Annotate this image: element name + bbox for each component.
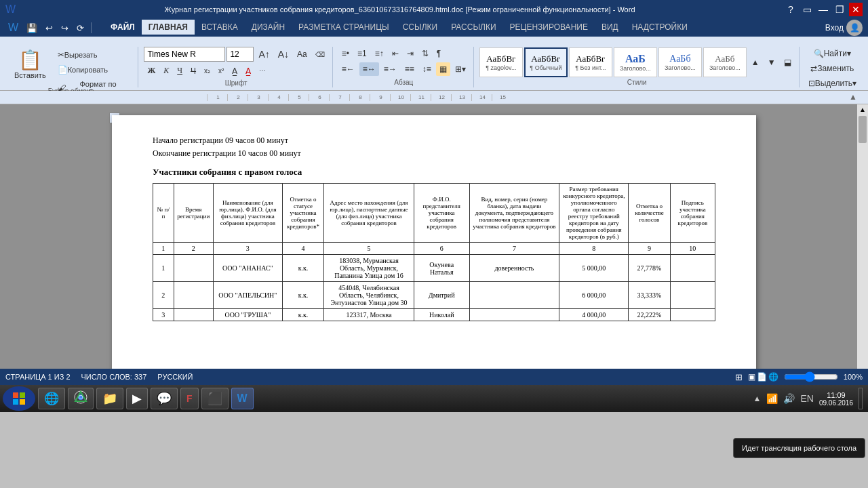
- strikethrough-btn[interactable]: Ч: [187, 64, 199, 78]
- more-formatting-btn[interactable]: ⋯: [256, 65, 269, 77]
- clear-format-btn[interactable]: Aa: [294, 47, 311, 61]
- font-grow-btn[interactable]: A↑: [255, 47, 273, 62]
- tray-volume-icon[interactable]: 🔊: [783, 393, 795, 404]
- tab-mailings[interactable]: РАССЫЛКИ: [444, 20, 502, 36]
- italic-btn[interactable]: К: [160, 64, 172, 78]
- taskbar-f1[interactable]: F: [180, 388, 199, 409]
- align-left-btn[interactable]: ≡←: [338, 62, 358, 76]
- tab-view[interactable]: ВИД: [595, 20, 625, 36]
- underline-btn[interactable]: Ч: [174, 64, 186, 78]
- align-center-btn[interactable]: ≡↔: [359, 62, 379, 76]
- multi-level-btn[interactable]: ≡↑: [372, 47, 387, 60]
- pilcrow-btn[interactable]: ¶: [433, 47, 444, 60]
- styles-scroll-down[interactable]: ▼: [764, 56, 779, 69]
- ribbon-toggle-btn[interactable]: ▭: [800, 3, 814, 16]
- paste-button[interactable]: 📋 Вставить: [8, 47, 52, 85]
- cell-time: [174, 309, 213, 321]
- tab-home[interactable]: ГЛАВНАЯ: [142, 20, 195, 36]
- view-read-btn[interactable]: 📄: [757, 372, 767, 382]
- zoom-slider[interactable]: [784, 371, 838, 382]
- replace-btn[interactable]: ⇄ Заменить: [807, 62, 857, 75]
- status-icon-btn[interactable]: ⊞: [735, 372, 743, 382]
- save-btn[interactable]: 💾: [24, 22, 40, 35]
- shading-btn[interactable]: ▦: [436, 62, 450, 76]
- style-heading1[interactable]: АаБ Заголово...: [614, 47, 657, 77]
- scroll-up-btn[interactable]: ▲: [858, 104, 867, 115]
- superscript-btn[interactable]: x²: [215, 65, 227, 77]
- tray-network-icon[interactable]: 📶: [766, 393, 778, 404]
- ribbon-content: 📋 Вставить ✂ Вырезать 📄 Копировать 🖌 Фор…: [0, 37, 868, 91]
- decrease-indent-btn[interactable]: ⇤: [389, 47, 402, 60]
- restore-btn[interactable]: ❐: [833, 3, 846, 16]
- tab-file[interactable]: ФАЙЛ: [104, 20, 142, 36]
- format-clear-btn[interactable]: ⌫: [312, 49, 328, 60]
- bold-btn[interactable]: Ж: [144, 64, 159, 78]
- table-row: 1 ООО "АНАНАС" к.к. 183038, Мурманская О…: [153, 255, 715, 282]
- justify-btn[interactable]: ≡≡: [401, 62, 418, 76]
- bullets-btn[interactable]: ≡•: [338, 47, 353, 60]
- ruler-collapse-arrow[interactable]: ▲: [849, 92, 857, 102]
- cell-rep: Дмитрий: [414, 282, 469, 309]
- style-bez-int[interactable]: АаБбВг ¶ Без инт...: [569, 47, 612, 77]
- tab-layout[interactable]: РАЗМЕТКА СТРАНИЦЫ: [292, 20, 396, 36]
- style-heading3[interactable]: АаБб Заголово...: [703, 47, 747, 77]
- font-size-input[interactable]: [226, 47, 254, 62]
- scroll-thumb[interactable]: [859, 116, 867, 143]
- cell-sign: [670, 309, 715, 321]
- close-btn[interactable]: ✕: [849, 3, 863, 16]
- refresh-btn[interactable]: ⟳: [74, 22, 87, 35]
- tray-expand-btn[interactable]: ▲: [753, 394, 762, 403]
- cell-status: к.к.: [282, 309, 323, 321]
- cell-doc: [469, 309, 559, 321]
- font-name-input[interactable]: [144, 47, 225, 62]
- line-spacing-btn[interactable]: ↕≡: [419, 62, 435, 76]
- font-color-btn[interactable]: A̲: [242, 64, 254, 78]
- copy-button[interactable]: 📄 Копировать: [54, 63, 134, 77]
- numbering-btn[interactable]: ≡1: [354, 47, 370, 60]
- undo-btn[interactable]: ↩: [43, 22, 56, 35]
- cell-doc: доверенность: [469, 255, 559, 282]
- help-btn[interactable]: ?: [784, 3, 797, 16]
- find-btn[interactable]: 🔍 Найти ▾: [810, 47, 854, 60]
- styles-more-btn[interactable]: ⬓: [781, 56, 795, 69]
- tab-addins[interactable]: НАДСТРОЙКИ: [625, 20, 694, 36]
- increase-indent-btn[interactable]: ⇥: [403, 47, 417, 60]
- redo-btn[interactable]: ↪: [58, 22, 71, 35]
- align-right-btn[interactable]: ≡→: [380, 62, 400, 76]
- taskbar-app6[interactable]: ⬛: [201, 388, 229, 409]
- start-button[interactable]: [3, 386, 35, 411]
- scrollbar[interactable]: ▲: [857, 104, 868, 369]
- th-sign: Подпись участника собрания кредиторов: [670, 184, 715, 243]
- taskbar-word[interactable]: W: [231, 388, 254, 409]
- taskbar-ie[interactable]: 🌐: [38, 388, 65, 409]
- minimize-btn[interactable]: —: [816, 3, 830, 16]
- cell-doc: [469, 282, 559, 309]
- subscript-btn[interactable]: x₂: [201, 65, 214, 77]
- style-zagolov1[interactable]: АаБбВг ¶ zagolov...: [479, 47, 523, 77]
- text-highlight-btn[interactable]: A̲: [229, 64, 241, 78]
- taskbar-chrome[interactable]: [68, 388, 94, 409]
- borders-btn[interactable]: ⊞▾: [452, 62, 469, 76]
- tab-design[interactable]: ДИЗАЙН: [245, 20, 292, 36]
- th-name: Наименование (для юр.лица), Ф.И.О. (для …: [213, 184, 282, 243]
- taskbar-explorer[interactable]: 📁: [96, 388, 123, 409]
- tray-time[interactable]: 11:09 09.06.2016: [819, 391, 853, 407]
- taskbar-media[interactable]: ▶: [126, 388, 148, 409]
- cut-button[interactable]: ✂ Вырезать: [54, 48, 134, 62]
- show-desktop-btn[interactable]: [859, 388, 863, 409]
- colnum-8: 8: [559, 243, 629, 255]
- styles-scroll-up[interactable]: ▲: [748, 56, 763, 69]
- view-print-btn[interactable]: ▣: [748, 372, 755, 382]
- taskbar-skype[interactable]: 💬: [151, 388, 178, 409]
- sort-btn[interactable]: ⇅: [418, 47, 432, 60]
- select-btn[interactable]: ⊡ Выделить ▾: [805, 77, 860, 90]
- style-obychny[interactable]: АаБбВг ¶ Обычный: [524, 47, 568, 77]
- view-web-btn[interactable]: 🌐: [768, 372, 778, 382]
- font-shrink-btn[interactable]: A↓: [275, 47, 292, 62]
- tab-review[interactable]: РЕЦЕНЗИРОВАНИЕ: [503, 20, 595, 36]
- tab-references[interactable]: ССЫЛКИ: [396, 20, 444, 36]
- tray-lang-icon[interactable]: EN: [800, 393, 813, 404]
- tab-insert[interactable]: ВСТАВКА: [195, 20, 245, 36]
- style-heading2[interactable]: АаБб Заголово...: [658, 47, 702, 77]
- user-avatar[interactable]: 👤: [846, 20, 863, 36]
